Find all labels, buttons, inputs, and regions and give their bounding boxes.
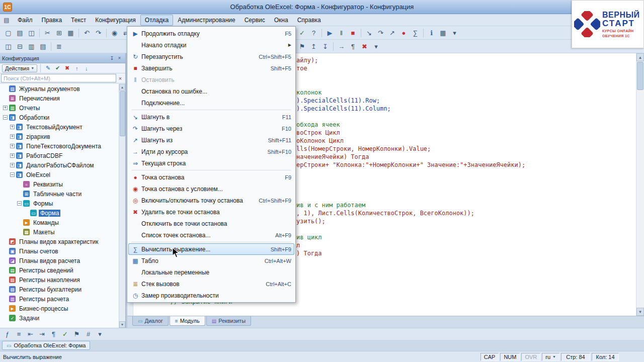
menu-item-15[interactable]: ✖Удалить все точки останова [127,206,295,218]
format-block-icon[interactable]: ¶ [348,41,358,52]
scroll-down-icon[interactable]: ▼ [119,321,125,328]
menu-item-8[interactable]: ↷Шагнуть черезF10 [127,123,295,134]
move-up-icon[interactable]: ↑ [72,64,81,72]
tree-item[interactable]: +◨zipархив [0,132,125,141]
tree-item[interactable]: +▥Отчеты [0,103,125,113]
accept-icon[interactable]: ✔ [53,64,62,72]
tree-item[interactable]: –◨OleExcel [0,170,125,179]
menu-item-6[interactable]: Подключение... [127,97,295,109]
cut-icon[interactable]: ✂ [42,28,53,38]
line-numbers-icon[interactable]: # [83,329,94,339]
tab-module[interactable]: ≡Модуль [170,316,205,326]
step-over-icon[interactable]: ↷ [375,28,386,38]
close-icon[interactable]: × [116,54,123,62]
syntax-check-icon[interactable]: ✓ [297,28,307,38]
open-window-button[interactable]: ▭Обработка OleExcel: Форма [2,341,90,350]
bookmark-icon[interactable]: ⚑ [297,41,307,52]
tree-scrollbar-thumb[interactable] [120,91,125,136]
panels-list-icon[interactable]: ≣ [54,41,64,52]
cap-toggle[interactable]: CAP [480,353,499,361]
expand-icon[interactable]: + [10,163,15,167]
delete-icon[interactable]: ✖ [63,64,71,72]
tree-item[interactable]: ◩Планы видов характеристик [0,237,125,246]
start-debugging-icon[interactable]: ▶ [325,28,335,38]
paste-icon[interactable]: ▦ [65,28,76,38]
menu-item-17[interactable]: Список точек останова...Alt+F9 [127,229,295,241]
menubar-item-text[interactable]: Текст [66,15,91,26]
collapse-icon[interactable]: – [17,201,22,206]
tab-attributes[interactable]: ▤Реквизиты [206,316,251,326]
menu-item-21[interactable]: ≣Стек вызововCtrl+Alt+C [127,278,295,290]
editor-scrollbar[interactable]: ▲ ▼ [636,53,644,316]
menu-item-20[interactable]: Локальные переменные [127,266,295,278]
title-bar[interactable]: 1С Обработка OleExcel: Форма - Конфигура… [0,0,644,14]
goto-line-icon[interactable]: → [336,41,347,52]
info-icon[interactable]: ℹ [426,28,437,38]
bookmark-icon[interactable]: ⚑ [71,329,82,339]
editor-scrollbar-thumb[interactable] [637,62,643,90]
step-into-icon[interactable]: ↘ [364,28,374,38]
expand-icon[interactable]: + [10,153,15,158]
tree-item[interactable]: +◨ПолеТекстовогоДокумента [0,141,125,151]
menubar-item-edit[interactable]: Правка [37,15,67,26]
help-icon[interactable]: ? [308,28,319,38]
stop-debugging-icon[interactable]: ■ [348,28,358,38]
menu-item-9[interactable]: ↗Шагнуть изShift+F11 [127,134,295,146]
menu-item-13[interactable]: ◉Точка останова с условием... [127,183,295,195]
tree-item[interactable]: –◨Обработки [0,113,125,122]
actions-button[interactable]: Действия ▼ [2,64,37,72]
undo-icon[interactable]: ↶ [82,28,92,38]
indent-increase-icon[interactable]: ⇥ [37,329,47,339]
tree-item[interactable]: =Реквизиты [0,179,125,189]
tile-windows-icon[interactable]: ▤ [38,41,48,52]
syntax-check-icon[interactable]: ✓ [60,329,70,339]
split-window-icon[interactable]: ⊟ [15,41,25,52]
menu-item-5[interactable]: Остановка по ошибке... [127,85,295,97]
prev-bookmark-icon[interactable]: ↥ [308,41,319,52]
scroll-up-icon[interactable]: ▲ [119,84,125,90]
scroll-up-icon[interactable]: ▲ [636,53,644,61]
comment-block-icon[interactable]: ¶ [48,329,59,339]
expand-icon[interactable]: + [10,125,15,129]
copy-icon[interactable]: ⊞ [54,28,64,38]
language-selector[interactable]: ru ▼ [542,353,559,361]
tree-item[interactable]: +◨ДиалогРаботыСФайлом [0,160,125,170]
evaluate-icon[interactable]: ∑ [410,28,421,38]
tree-item[interactable]: ◪Планы видов расчета [0,256,125,265]
tree-item[interactable]: ▧Регистры бухгалтерии [0,285,125,294]
tree-item[interactable]: ▤Журналы документов [0,84,125,94]
procedures-list-icon[interactable]: ƒ [2,329,13,339]
menu-item-4[interactable]: ‖Остановить [127,74,295,85]
menu-item-7[interactable]: ↘Шагнуть вF11 [127,111,295,123]
menu-item-3[interactable]: ■ЗавершитьShift+F5 [127,62,295,74]
find-icon[interactable]: ◉ [109,28,120,38]
tree-item[interactable]: ⊞Табличные части [0,189,125,199]
menu-item-0[interactable]: ▶Продолжить отладкуF5 [127,28,295,39]
tree-item[interactable]: ▦Макеты [0,227,125,237]
watch-board-icon[interactable]: ▦ [438,28,448,38]
redo-icon[interactable]: ↷ [93,28,104,38]
tree-item[interactable]: +◨ТекстовыйДокумент [0,122,125,132]
num-toggle[interactable]: NUM [500,353,520,361]
menubar-item-file[interactable]: Файл [13,15,37,26]
clear-search-icon[interactable]: × [116,74,124,82]
menubar-item-windows[interactable]: Окна [270,15,293,26]
cascade-windows-icon[interactable]: ▥ [26,41,37,52]
pin-icon[interactable]: ↧ [108,54,116,62]
windows-panel-icon[interactable]: ◫ [3,41,14,52]
more-edit-icon[interactable]: ▾ [371,41,381,52]
edit-icon[interactable]: ✎ [44,64,52,72]
step-out-icon[interactable]: ↗ [387,28,397,38]
menu-item-16[interactable]: Отключить все точки останова [127,218,295,229]
tree-item[interactable]: ▣Планы счетов [0,246,125,256]
tab-dialog[interactable]: ▭Диалог [132,316,169,326]
collapse-icon[interactable]: – [3,115,8,120]
menu-item-14[interactable]: ◎Включить/отключить точку остановаCtrl+S… [127,195,295,206]
more-tools-icon[interactable]: ▾ [449,28,460,38]
menu-item-19[interactable]: ▦ТаблоCtrl+Alt+W [127,255,295,266]
open-icon[interactable]: ▤ [15,28,25,38]
list-icon[interactable]: ≡ [14,329,24,339]
tree-scrollbar[interactable]: ▲ ▼ [119,84,125,328]
new-icon[interactable]: ▢ [3,28,14,38]
menubar-item-administration[interactable]: Администрирование [173,15,239,26]
